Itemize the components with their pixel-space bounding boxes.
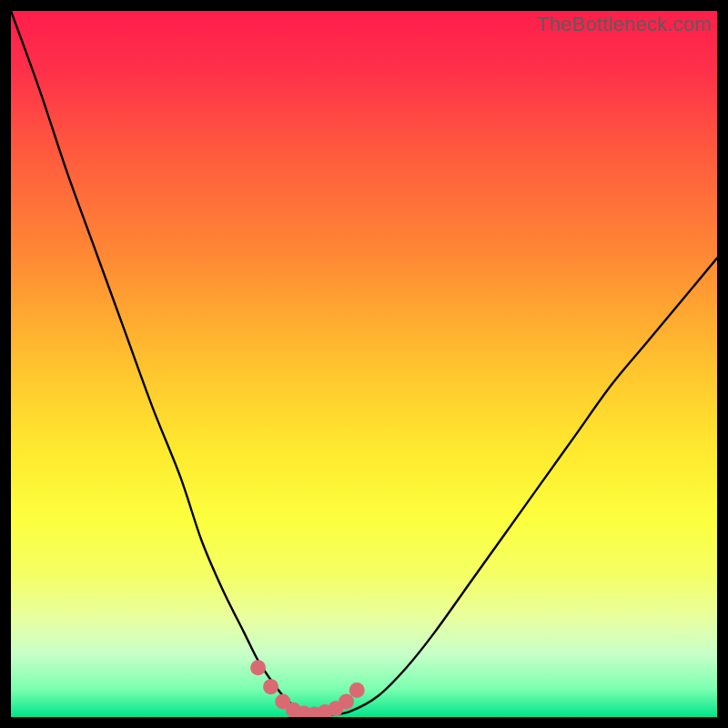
chart-root: TheBottleneck.com [0,0,728,728]
trough-marker [349,682,365,698]
trough-marker [250,660,266,675]
plot-area [11,11,717,717]
trough-marker [263,679,278,694]
trough-marker [339,693,354,709]
gradient-background [11,11,717,717]
